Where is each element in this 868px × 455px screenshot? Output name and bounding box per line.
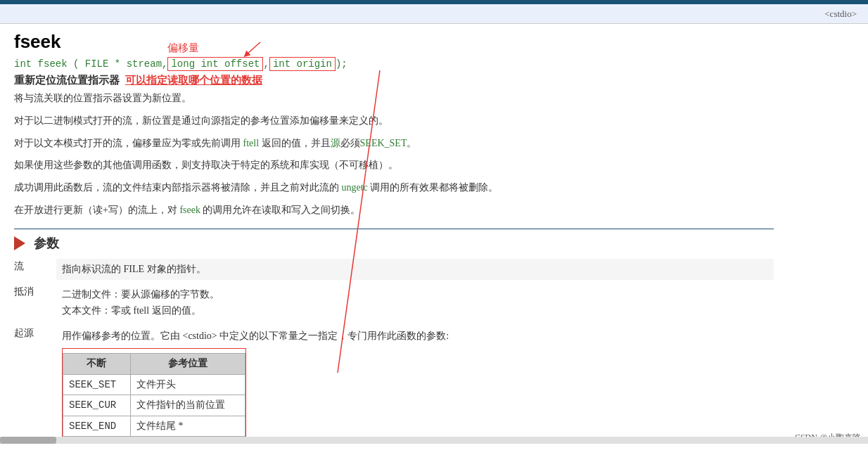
desc5: 成功调用此函数后，流的文件结束内部指示器将被清除，并且之前对此流的 ungetc… xyxy=(14,179,774,196)
fseek-keyword: fseek xyxy=(179,205,200,215)
param-desc-offset: 二进制文件：要从源偏移的字节数。 文本文件：零或 ftell 返回的值。 xyxy=(56,284,774,321)
seek-set-name: SEEK_SET xyxy=(63,374,131,395)
function-sig: int fseek ( FILE * stream, long int offs… xyxy=(14,57,774,71)
subtitle-text: 重新定位流位置指示器 xyxy=(14,74,120,87)
seek-end-name: SEEK_END xyxy=(63,416,131,436)
must-seek-set: 源 xyxy=(331,138,340,148)
col-header-constant: 不断 xyxy=(63,354,131,374)
seek-set-keyword: SEEK_SET xyxy=(360,138,407,148)
sig-offset-box: long int offset xyxy=(167,57,263,71)
param-desc-origin: 用作偏移参考的位置。它由 <cstdio> 中定义的以下常量之一指定，专门用作此… xyxy=(56,326,774,445)
origin-table: 不断 参考位置 SEEK_SET 文件开头 SEEK_CUR xyxy=(63,353,245,437)
sig-origin-box: int origin xyxy=(269,57,336,71)
desc2: 对于以二进制模式打开的流，新位置是通过向源指定的参考位置添加偏移量来定义的。 xyxy=(14,113,774,129)
ftell-keyword: ftell xyxy=(243,138,260,148)
param-row-offset: 抵消 二进制文件：要从源偏移的字节数。 文本文件：零或 ftell 返回的值。 xyxy=(14,284,774,321)
param-label-stream: 流 xyxy=(14,259,56,280)
table-row-seek-set: SEEK_SET 文件开头 xyxy=(63,374,245,395)
section-divider xyxy=(14,229,774,229)
offset-line1: 二进制文件：要从源偏移的字节数。 xyxy=(62,287,768,302)
params-section-title: 参数 xyxy=(14,235,774,252)
desc6: 在开放进行更新（读+写）的流上，对 fseek 的调用允许在读取和写入之间切换。 xyxy=(14,202,774,219)
seek-set-desc: 文件开头 xyxy=(130,374,245,395)
triangle-icon xyxy=(14,236,25,250)
param-desc-stream: 指向标识流的 FILE 对象的指针。 xyxy=(56,259,774,280)
param-label-offset: 抵消 xyxy=(14,284,56,321)
header-right-text: <cstdio> xyxy=(824,8,857,20)
desc3: 对于以文本模式打开的流，偏移量应为零或先前调用 ftell 返回的值，并且源必须… xyxy=(14,135,774,152)
seek-end-desc: 文件结尾 * xyxy=(130,416,245,436)
subtitle-annotation: 可以指定读取哪个位置的数据 xyxy=(125,74,262,87)
seek-cur-desc: 文件指针的当前位置 xyxy=(130,395,245,416)
annotation-pian-yi-liang: 偏移量 xyxy=(167,41,199,55)
table-row-seek-cur: SEEK_CUR 文件指针的当前位置 xyxy=(63,395,245,416)
main-content: fseek 偏移量 int fseek ( FILE * stream, lon… xyxy=(7,31,781,449)
origin-intro: 用作偏移参考的位置。它由 <cstdio> 中定义的以下常量之一指定，专门用作此… xyxy=(62,328,768,344)
param-row-origin: 起源 用作偏移参考的位置。它由 <cstdio> 中定义的以下常量之一指定，专门… xyxy=(14,326,774,445)
horizontal-scrollbar[interactable] xyxy=(0,437,868,444)
content-area: fseek 偏移量 int fseek ( FILE * stream, lon… xyxy=(0,24,868,455)
seek-cur-name: SEEK_CUR xyxy=(63,395,131,416)
offset-line2: 文本文件：零或 ftell 返回的值。 xyxy=(62,303,768,319)
sig-after: ); xyxy=(336,58,347,70)
sig-before-offset: int fseek ( FILE * stream, xyxy=(14,58,167,70)
desc4: 如果使用这些参数的其他值调用函数，则支持取决于特定的系统和库实现（不可移植）。 xyxy=(14,157,774,174)
table-row-seek-end: SEEK_END 文件结尾 * xyxy=(63,416,245,436)
ungetc-keyword: ungetc xyxy=(342,182,368,193)
param-label-origin: 起源 xyxy=(14,326,56,340)
header-bar: <cstdio> xyxy=(0,4,868,24)
desc1: 将与流关联的位置指示器设置为新位置。 xyxy=(14,90,774,107)
sig-between: , xyxy=(263,58,269,70)
subtitle-row: 重新定位流位置指示器 可以指定读取哪个位置的数据 xyxy=(14,74,774,87)
params-table: 流 指向标识流的 FILE 对象的指针。 抵消 二进制文件：要从源偏移的字节数。… xyxy=(14,259,774,446)
scrollbar-thumb[interactable] xyxy=(0,437,56,444)
page-title: fseek xyxy=(14,31,774,53)
origin-table-wrapper: 不断 参考位置 SEEK_SET 文件开头 SEEK_CUR xyxy=(62,348,246,437)
param-row-stream: 流 指向标识流的 FILE 对象的指针。 xyxy=(14,259,774,280)
col-header-reference: 参考位置 xyxy=(130,354,245,374)
